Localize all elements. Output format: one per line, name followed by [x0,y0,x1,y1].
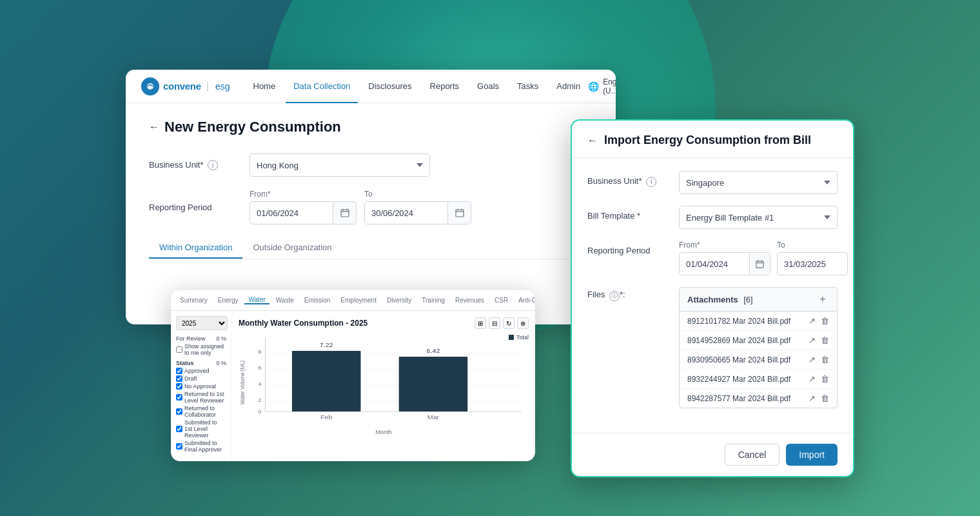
import-bill-template-field: Energy Bill Template #1 [679,206,838,229]
date-group: From* To [250,190,471,224]
chart-nav-summary[interactable]: Summary [176,297,211,304]
attachment-item-5: 8942287577 Mar 2024 Bill.pdf ↗ 🗑 [680,389,837,408]
nav-tasks[interactable]: Tasks [509,77,546,95]
chart-ctrl-btn-2[interactable]: ⊟ [489,317,500,329]
page-title: New Energy Consumption [164,119,341,135]
attachment-delete-icon-5[interactable]: 🗑 [821,393,829,403]
nav-disclosures[interactable]: Disclosures [360,77,419,95]
svg-text:8: 8 [258,349,261,355]
import-business-unit-select[interactable]: Singapore [679,171,838,194]
for-review-item: For Review 0 % [176,335,226,342]
chart-ctrl-btn-4[interactable]: ⊕ [517,317,529,329]
chart-nav-water[interactable]: Water [244,296,269,304]
svg-text:Water Volume (ML): Water Volume (ML) [239,361,246,405]
approved-label: Approved [184,368,210,374]
attachment-open-icon-3[interactable]: ↗ [808,355,816,364]
import-from-date-input[interactable] [679,252,750,275]
draft-label: Draft [184,375,197,382]
nav-admin[interactable]: Admin [549,77,588,95]
chart-nav-revenues[interactable]: Revenues [451,297,488,304]
logo-text: convene [163,81,201,92]
import-files-label: Files ⓘ*: [587,287,671,301]
approved-checkbox[interactable] [176,368,182,374]
import-title: Import Energy Consumption from Bill [604,134,811,147]
business-unit-info-icon[interactable]: i [208,160,218,170]
to-date-input[interactable] [364,201,448,224]
attachment-delete-icon-2[interactable]: 🗑 [821,335,829,345]
to-subgroup: To [364,190,471,224]
import-from-calendar-button[interactable] [750,252,770,275]
import-business-unit-label: Business Unit* i [587,171,671,187]
attachment-actions-1: ↗ 🗑 [808,316,829,326]
attachment-open-icon-2[interactable]: ↗ [808,335,816,345]
returned-1st-checkbox[interactable] [176,394,182,401]
chart-nav-diversity[interactable]: Diversity [383,297,415,304]
nav-goals[interactable]: Goals [469,77,507,95]
attachment-delete-icon-4[interactable]: 🗑 [821,374,829,384]
chart-ctrl-btn-3[interactable]: ↻ [503,317,514,329]
chart-year-select[interactable]: 2025 [176,316,228,330]
attachment-name-5: 8942287577 Mar 2024 Bill.pdf [687,394,808,403]
chart-nav-anti-corruption[interactable]: Anti-Corruption [514,297,535,304]
attachment-item-4: 8932244927 Mar 2024 Bill.pdf ↗ 🗑 [680,370,837,389]
import-button[interactable]: Import [786,444,838,466]
attachment-open-icon-1[interactable]: ↗ [808,316,816,326]
attachments-header: Attachments [6] + [680,288,837,312]
attachment-delete-icon-3[interactable]: 🗑 [821,355,829,364]
nav-bar: convene | esg Home Data Collection Discl… [126,70,616,103]
add-attachment-button[interactable]: + [816,293,829,306]
business-unit-select[interactable]: Hong Kong [250,154,430,177]
attachment-delete-icon-1[interactable]: 🗑 [821,316,829,326]
chart-nav-emission[interactable]: Emission [300,297,335,304]
files-info-icon[interactable]: ⓘ [609,291,620,301]
logo-area: convene | esg [141,77,230,95]
chart-nav-waste[interactable]: Waste [272,297,298,304]
status-label: Status [176,360,194,366]
attachment-open-icon-4[interactable]: ↗ [808,374,816,384]
page-title-row: ← New Energy Consumption [149,119,593,135]
show-assigned-checkbox[interactable] [176,346,182,353]
back-button[interactable]: ← [149,121,159,133]
attachment-actions-3: ↗ 🗑 [808,355,829,364]
svg-text:7.22: 7.22 [320,342,333,348]
import-date-group: From* To [679,241,848,275]
to-calendar-button[interactable] [448,201,471,224]
svg-text:4: 4 [258,381,261,387]
import-to-date-input[interactable] [777,252,848,275]
nav-reports[interactable]: Reports [422,77,467,95]
returned-collab-checkbox[interactable] [176,408,182,415]
draft-checkbox[interactable] [176,375,182,382]
submitted-final-checkbox[interactable] [176,443,182,450]
import-bill-template-select[interactable]: Energy Bill Template #1 [679,206,838,229]
submitted-1st-checkbox[interactable] [176,426,182,432]
import-back-button[interactable]: ← [587,135,598,146]
attachment-open-icon-5[interactable]: ↗ [808,393,816,403]
import-energy-window: ← Import Energy Consumption from Bill Bu… [571,119,854,477]
globe-icon: 🌐 [588,81,599,92]
chart-nav-energy[interactable]: Energy [214,297,242,304]
new-energy-window: convene | esg Home Data Collection Discl… [126,70,616,324]
attachment-name-3: 8930950665 Mar 2024 Bill.pdf [687,355,808,364]
nav-data-collection[interactable]: Data Collection [286,77,358,95]
from-calendar-button[interactable] [333,201,357,224]
language-label[interactable]: English (U... [603,77,616,95]
cancel-button[interactable]: Cancel [725,444,780,466]
chart-nav-training[interactable]: Training [418,297,449,304]
no-approval-checkbox[interactable] [176,383,182,390]
status-pct: 0 % [216,360,226,366]
svg-rect-3 [756,261,763,267]
nav-home[interactable]: Home [246,77,284,95]
from-date-input[interactable] [250,201,333,224]
attachment-actions-2: ↗ 🗑 [808,335,829,345]
chart-nav-employment[interactable]: Employment [337,297,380,304]
tab-outside-org[interactable]: Outside Organization [242,237,342,259]
for-review-section: For Review 0 % Show assigned to me only [176,335,226,356]
import-bill-template-row: Bill Template * Energy Bill Template #1 [587,206,838,229]
import-business-unit-info-icon[interactable]: i [646,177,656,187]
chart-ctrl-btn-1[interactable]: ⊞ [475,317,486,329]
to-label: To [364,190,471,199]
tab-within-org[interactable]: Within Organization [149,237,242,259]
attachment-actions-4: ↗ 🗑 [808,374,829,384]
svg-text:2: 2 [258,397,261,403]
chart-nav-csr[interactable]: CSR [491,297,512,304]
